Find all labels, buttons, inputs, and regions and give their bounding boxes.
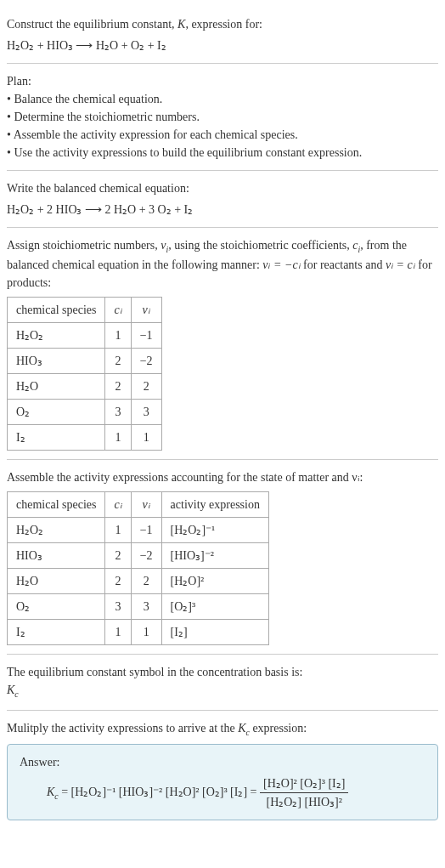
activity-table: chemical species cᵢ νᵢ activity expressi… [7, 491, 269, 645]
balanced-equation: H₂O₂ + 2 HIO₃ ⟶ 2 H₂O + 3 O₂ + I₂ [7, 201, 438, 218]
cell-ci: 1 [105, 425, 131, 451]
plan-item: • Assemble the activity expression for e… [7, 126, 438, 144]
cell-species: HIO₃ [8, 349, 105, 374]
stoich-text: Assign stoichiometric numbers, νi, using… [7, 236, 438, 292]
eq-text: = [H₂O₂]⁻¹ [HIO₃]⁻² [H₂O]² [O₂]³ [I₂] = [59, 786, 260, 798]
cell-nui: 2 [131, 569, 161, 594]
cell-ci: 1 [105, 518, 131, 543]
answer-box: Answer: Kc = [H₂O₂]⁻¹ [HIO₃]⁻² [H₂O]² [O… [7, 744, 438, 820]
unbalanced-equation: H₂O₂ + HIO₃ ⟶ H₂O + O₂ + I₂ [7, 37, 438, 54]
heading: Mulitply the activity expressions to arr… [7, 719, 438, 739]
table-row: I₂ 1 1 [8, 425, 162, 451]
K: K [47, 786, 54, 798]
cell-nui: 1 [131, 620, 161, 645]
cell-species: I₂ [8, 620, 105, 645]
text: , expression for: [185, 18, 262, 31]
cell-nui: −2 [131, 543, 161, 569]
table-row: H₂O 2 2 [H₂O]² [8, 569, 269, 594]
heading: The equilibrium constant symbol in the c… [7, 663, 438, 681]
cell-ci: 2 [105, 569, 131, 594]
cell-species: H₂O [8, 374, 105, 400]
plan-heading: Plan: [7, 72, 438, 90]
K: K [238, 722, 245, 735]
cell-nui: 3 [131, 594, 161, 620]
answer-expression: Kc = [H₂O₂]⁻¹ [HIO₃]⁻² [H₂O]² [O₂]³ [I₂]… [47, 774, 425, 811]
table-row: HIO₃ 2 −2 [HIO₃]⁻² [8, 543, 269, 569]
cell-ci: 1 [105, 620, 131, 645]
header-nui: νᵢ [131, 492, 161, 518]
text: Assemble the activity expressions accoun… [7, 471, 363, 484]
cell-activity: [HIO₃]⁻² [161, 543, 268, 569]
cell-ci: 2 [105, 543, 131, 569]
table-row: H₂O₂ 1 −1 [H₂O₂]⁻¹ [8, 518, 269, 543]
cell-species: I₂ [8, 425, 105, 451]
cell-ci: 1 [105, 323, 131, 349]
stoichiometric-section: Assign stoichiometric numbers, νi, using… [7, 228, 438, 460]
cell-nui: −1 [131, 518, 161, 543]
text: Assign stoichiometric numbers, [7, 239, 161, 252]
header-species: chemical species [8, 298, 105, 323]
cell-species: H₂O [8, 569, 105, 594]
text: expression: [250, 722, 307, 735]
text: for reactants and [301, 258, 386, 271]
cell-nui: −1 [131, 323, 161, 349]
table-header-row: chemical species cᵢ νᵢ [8, 298, 162, 323]
problem-statement: Construct the equilibrium constant, K, e… [7, 7, 438, 64]
header-ci: cᵢ [105, 492, 131, 518]
cell-nui: 3 [131, 400, 161, 425]
cell-activity: [I₂] [161, 620, 268, 645]
relation: νᵢ = cᵢ [386, 258, 415, 271]
cell-activity: [O₂]³ [161, 594, 268, 620]
header-nui: νᵢ [131, 298, 161, 323]
cell-activity: [H₂O₂]⁻¹ [161, 518, 268, 543]
heading: Write the balanced chemical equation: [7, 179, 438, 197]
text: Construct the equilibrium constant, [7, 18, 177, 31]
problem-text: Construct the equilibrium constant, K, e… [7, 15, 438, 33]
plan-item: • Use the activity expressions to build … [7, 144, 438, 162]
cell-species: O₂ [8, 400, 105, 425]
table-row: O₂ 3 3 [8, 400, 162, 425]
symbol-section: The equilibrium constant symbol in the c… [7, 655, 438, 710]
table-row: O₂ 3 3 [O₂]³ [8, 594, 269, 620]
cell-species: HIO₃ [8, 543, 105, 569]
cell-activity: [H₂O]² [161, 569, 268, 594]
cell-ci: 2 [105, 349, 131, 374]
K: K [7, 684, 14, 696]
cell-species: H₂O₂ [8, 323, 105, 349]
text: Mulitply the activity expressions to arr… [7, 722, 238, 735]
sub-c: c [14, 689, 18, 699]
fraction-denominator: [H₂O₂] [HIO₃]² [260, 793, 348, 811]
plan-section: Plan: • Balance the chemical equation. •… [7, 64, 438, 171]
cell-nui: 1 [131, 425, 161, 451]
K-symbol: K [177, 18, 185, 31]
heading: Assemble the activity expressions accoun… [7, 468, 438, 486]
cell-ci: 3 [105, 594, 131, 620]
table-row: I₂ 1 1 [I₂] [8, 620, 269, 645]
answer-label: Answer: [20, 753, 425, 771]
cell-ci: 3 [105, 400, 131, 425]
header-activity: activity expression [161, 492, 268, 518]
table-header-row: chemical species cᵢ νᵢ activity expressi… [8, 492, 269, 518]
text: , using the stoichiometric coefficients, [168, 239, 352, 252]
plan-item: • Balance the chemical equation. [7, 90, 438, 108]
cell-nui: −2 [131, 349, 161, 374]
cell-ci: 2 [105, 374, 131, 400]
activity-section: Assemble the activity expressions accoun… [7, 460, 438, 655]
final-section: Mulitply the activity expressions to arr… [7, 711, 438, 829]
table-row: H₂O 2 2 [8, 374, 162, 400]
balanced-equation-section: Write the balanced chemical equation: H₂… [7, 171, 438, 228]
plan-item: • Determine the stoichiometric numbers. [7, 108, 438, 126]
fraction: [H₂O]² [O₂]³ [I₂][H₂O₂] [HIO₃]² [260, 774, 348, 811]
table-row: HIO₃ 2 −2 [8, 349, 162, 374]
fraction-numerator: [H₂O]² [O₂]³ [I₂] [260, 774, 348, 793]
header-ci: cᵢ [105, 298, 131, 323]
cell-species: O₂ [8, 594, 105, 620]
kc-symbol: Kc [7, 681, 438, 701]
relation: νᵢ = −cᵢ [262, 258, 300, 271]
table-row: H₂O₂ 1 −1 [8, 323, 162, 349]
cell-species: H₂O₂ [8, 518, 105, 543]
stoich-table: chemical species cᵢ νᵢ H₂O₂ 1 −1 HIO₃ 2 … [7, 297, 162, 451]
cell-nui: 2 [131, 374, 161, 400]
header-species: chemical species [8, 492, 105, 518]
